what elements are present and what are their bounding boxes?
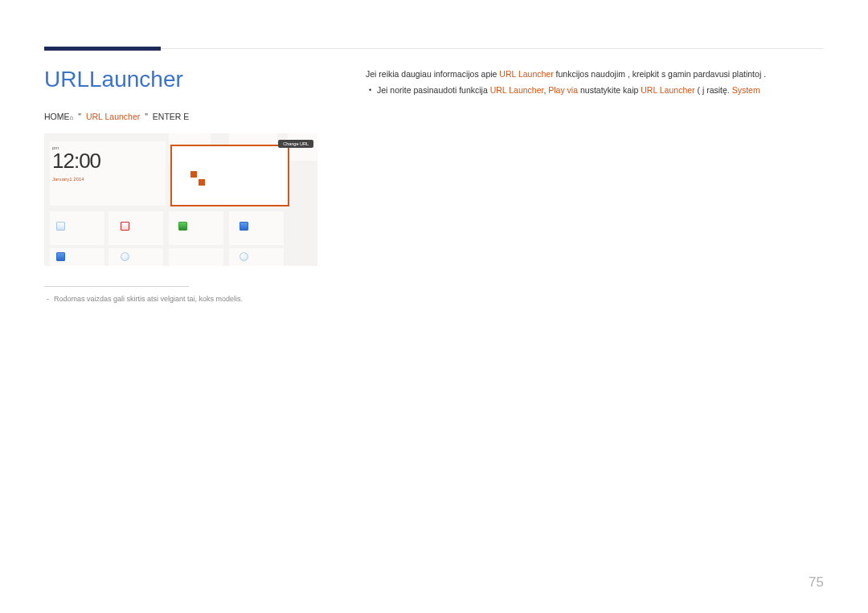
app-icon	[121, 252, 129, 261]
body-text-accent: Play via	[548, 85, 578, 95]
app-icon	[56, 222, 65, 231]
body-text: funkcijos naudojim , kreipkit s gamin pa…	[554, 69, 766, 79]
note-separator	[44, 286, 189, 287]
device-screenshot: Change URL	[44, 133, 317, 266]
body-text-accent: System	[732, 85, 760, 95]
section-title: URLLauncher	[44, 67, 342, 92]
app-icon	[121, 222, 129, 231]
body-text: Jei norite pasinaudoti funkcija	[377, 85, 490, 95]
body-text: ( j rasitę.	[695, 85, 732, 95]
nav-enter: ENTER E	[153, 112, 190, 121]
body-paragraph: Jei reikia daugiau informacijos apie URL…	[366, 67, 824, 83]
page-number: 75	[809, 574, 824, 591]
body-text-accent: URL Launcher	[641, 85, 694, 95]
body-text-accent: URL Launcher	[490, 85, 544, 95]
body-text: Jei reikia daugiau informacijos apie	[366, 69, 499, 79]
time: 12:00	[52, 149, 100, 174]
breadcrumb: HOME⌂ " URL Launcher " ENTER E	[44, 112, 342, 121]
date: January1 2014	[52, 177, 100, 182]
app-icon	[240, 222, 248, 231]
screenshot-note: Rodomas vaizdas gali skirtis atsi velgia…	[44, 295, 342, 303]
nav-sep-1: "	[76, 112, 84, 121]
app-icon	[56, 252, 65, 261]
nav-home: HOME	[44, 112, 70, 121]
body-text-accent: URL Launcher	[499, 69, 553, 79]
nav-url-launcher: URL Launcher	[86, 112, 140, 121]
body-bullet: Jei norite pasinaudoti funkcija URL Laun…	[366, 83, 824, 99]
nav-sep-2: "	[142, 112, 150, 121]
app-icon	[178, 222, 187, 231]
section-color-bar	[44, 47, 161, 51]
selected-tile	[170, 145, 289, 206]
change-url-button: Change URL	[278, 140, 313, 148]
app-icon	[240, 252, 248, 261]
body-text: nustatykite kaip	[578, 85, 641, 95]
page-top-rule	[44, 48, 824, 49]
clock: pm 12:00 January1 2014	[52, 145, 100, 182]
